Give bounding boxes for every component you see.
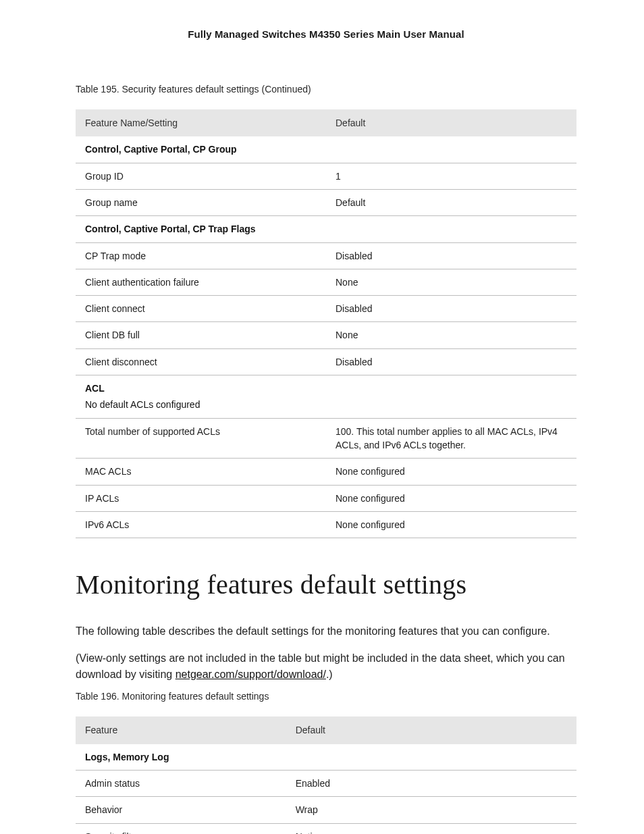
table-row: BehaviorWrap [76,797,576,823]
table-section-label: ACL No default ACLs configured [76,375,576,419]
feature-value: Disabled [326,296,576,322]
feature-name: Client authentication failure [76,269,326,295]
feature-value: Disabled [326,348,576,375]
table-row: ACL No default ACLs configured [76,375,576,419]
body-paragraph: The following table describes the defaul… [76,623,576,640]
table-row: Group nameDefault [76,189,576,215]
feature-value: None [326,269,576,295]
table-section-label: Control, Captive Portal, CP Trap Flags [76,216,576,242]
table-195-header-col2: Default [326,109,576,136]
document-header-title: Fully Managed Switches M4350 Series Main… [76,27,576,42]
table-row: Logs, Memory Log [76,744,576,771]
table-195-caption: Table 195. Security features default set… [76,82,576,96]
feature-value: None configured [326,485,576,511]
feature-name: Severity filter [76,823,286,834]
feature-name: MAC ACLs [76,459,326,485]
feature-value: 100. This total number applies to all MA… [326,418,576,459]
feature-name: Admin status [76,770,286,796]
table-row: Admin statusEnabled [76,770,576,796]
table-row: Control, Captive Portal, CP Trap Flags [76,216,576,242]
table-row: Client disconnectDisabled [76,348,576,375]
feature-name: Group ID [76,163,326,189]
feature-name: Client connect [76,296,326,322]
section-label-text: ACL [85,383,105,394]
table-row: Control, Captive Portal, CP Group [76,136,576,163]
body-paragraph: (View-only settings are not included in … [76,650,576,683]
feature-value: Notice [286,823,576,834]
feature-name: Client DB full [76,322,326,348]
table-section-label: Control, Captive Portal, CP Group [76,136,576,163]
feature-value: Wrap [286,797,576,823]
feature-name: IPv6 ACLs [76,511,326,538]
table-row: Client connectDisabled [76,296,576,322]
table-section-label: Logs, Memory Log [76,744,576,771]
table-195-header-col1: Feature Name/Setting [76,109,326,136]
feature-name: CP Trap mode [76,242,326,269]
feature-value: Enabled [286,770,576,796]
table-196-header-col2: Default [286,716,576,744]
table-row: CP Trap modeDisabled [76,242,576,269]
table-196-header-col1: Feature [76,716,286,744]
feature-name: IP ACLs [76,485,326,511]
feature-name: Total number of supported ACLs [76,418,326,459]
feature-value: None configured [326,459,576,485]
document-page: Fully Managed Switches M4350 Series Main… [0,0,644,834]
table-row: Severity filterNotice [76,823,576,834]
table-row: IPv6 ACLsNone configured [76,511,576,538]
table-row: Group ID1 [76,163,576,189]
feature-value: 1 [326,163,576,189]
table-row: Client authentication failureNone [76,269,576,295]
download-link[interactable]: netgear.com/support/download/ [176,669,326,680]
table-row: MAC ACLsNone configured [76,459,576,485]
paragraph-text: .) [326,669,333,680]
feature-value: Default [326,189,576,215]
feature-value: Disabled [326,242,576,269]
section-heading: Monitoring features default settings [76,565,576,604]
feature-value: None [326,322,576,348]
section-sublabel-text: No default ACLs configured [85,398,567,411]
table-196: Feature Default Logs, Memory Log Admin s… [76,716,576,834]
table-row: Total number of supported ACLs100. This … [76,418,576,459]
table-196-caption: Table 196. Monitoring features default s… [76,689,576,703]
feature-name: Group name [76,189,326,215]
table-row: Client DB fullNone [76,322,576,348]
feature-name: Behavior [76,797,286,823]
feature-value: None configured [326,511,576,538]
table-row: IP ACLsNone configured [76,485,576,511]
table-195: Feature Name/Setting Default Control, Ca… [76,109,576,538]
feature-name: Client disconnect [76,348,326,375]
